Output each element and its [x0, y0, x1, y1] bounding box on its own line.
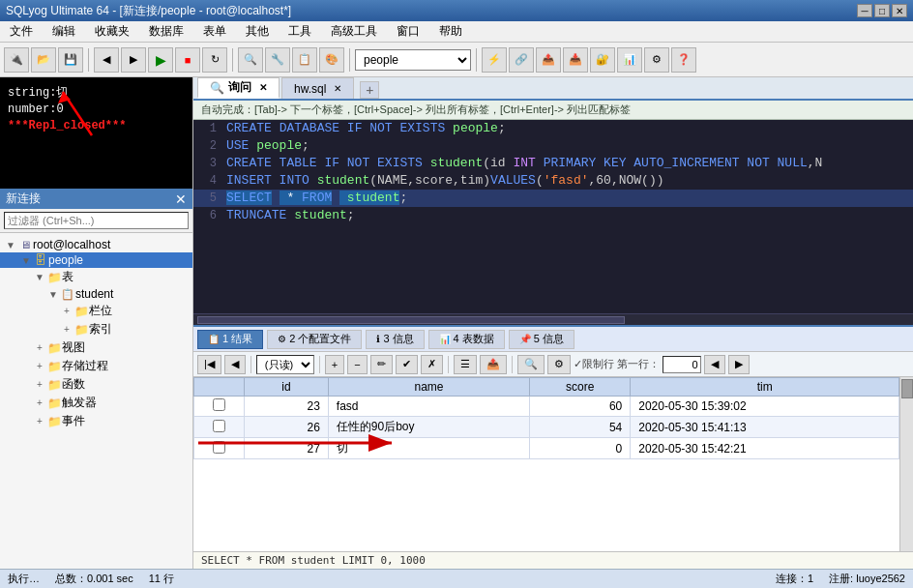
tree-student[interactable]: ▼ 📋 student [0, 286, 192, 302]
menu-advanced[interactable]: 高级工具 [325, 21, 383, 42]
menu-window[interactable]: 窗口 [391, 21, 426, 42]
tb-btn10[interactable]: 📊 [617, 47, 642, 73]
menu-tools[interactable]: 工具 [282, 21, 317, 42]
tree-cols[interactable]: + 📁 栏位 [0, 302, 192, 320]
menu-edit[interactable]: 编辑 [46, 21, 81, 42]
rt-edit[interactable]: ✏ [370, 355, 393, 374]
menu-table[interactable]: 表单 [197, 21, 232, 42]
maximize-button[interactable]: □ [874, 4, 890, 17]
rt-prev[interactable]: ◀ [224, 355, 246, 374]
tb-run[interactable]: ▶ [148, 47, 173, 73]
tab-hw-close[interactable]: ✕ [334, 83, 341, 94]
res-tab-1[interactable]: 📋 1 结果 [197, 330, 263, 349]
tab-hw[interactable]: hw.sql ✕ [281, 77, 354, 99]
res-tab-3[interactable]: ℹ 3 信息 [366, 330, 424, 349]
tree-idx[interactable]: + 📁 索引 [0, 320, 192, 338]
th-name[interactable]: name [328, 378, 529, 397]
editor-tab-bar: 🔍 询问 ✕ hw.sql ✕ + [193, 77, 913, 101]
tb-open[interactable]: 📂 [31, 47, 56, 73]
rt-discard[interactable]: ✗ [421, 355, 443, 374]
rt-del-row[interactable]: − [347, 355, 367, 374]
rt-commit[interactable]: ✔ [396, 355, 418, 374]
rt-add-row[interactable]: + [325, 355, 344, 374]
table-folder-icon: 📁 [46, 271, 62, 284]
tree-view[interactable]: + 📁 视图 [0, 338, 192, 357]
tb-refresh[interactable]: ↻ [202, 47, 227, 73]
tb-forward[interactable]: ▶ [121, 47, 146, 73]
th-tim[interactable]: tim [631, 378, 899, 397]
rt-filter[interactable]: 🔍 [517, 355, 545, 374]
tab-query-label: 询问 [228, 79, 251, 96]
tree-event[interactable]: + 📁 事件 [0, 412, 192, 430]
v-scrollbar[interactable] [899, 377, 913, 551]
row-check[interactable] [194, 438, 245, 459]
tree-trig[interactable]: + 📁 触发器 [0, 394, 192, 412]
tb-stop[interactable]: ■ [175, 47, 200, 73]
th-score[interactable]: score [530, 378, 631, 397]
sql-editor[interactable]: 1 CREATE DATABASE IF NOT EXISTS people; … [193, 120, 913, 313]
row-check[interactable] [194, 397, 245, 417]
tb-save[interactable]: 💾 [58, 47, 83, 73]
rt-col-layout[interactable]: ☰ [454, 355, 477, 374]
tb-btn7[interactable]: 📤 [536, 47, 561, 73]
res-tab-4[interactable]: 📊 4 表数据 [428, 330, 505, 349]
tb-icon1[interactable]: 🔍 [238, 47, 263, 73]
rt-filter-opt[interactable]: ⚙ [547, 355, 571, 374]
menu-file[interactable]: 文件 [4, 21, 39, 42]
tree-proc-label: 存储过程 [62, 358, 108, 374]
res-tab-5[interactable]: 📌 5 信息 [509, 330, 574, 349]
tab-query[interactable]: 🔍 询问 ✕ [197, 77, 280, 99]
tab-add-button[interactable]: + [360, 81, 379, 99]
first-row-input[interactable] [663, 356, 701, 373]
tree-func[interactable]: + 📁 函数 [0, 375, 192, 394]
tree-proc[interactable]: + 📁 存储过程 [0, 357, 192, 375]
table-row[interactable]: 27 切 0 2020-05-30 15:42:21 [194, 438, 899, 459]
tb-btn11[interactable]: ⚙ [644, 47, 669, 73]
proc-icon: 📁 [46, 360, 62, 373]
tb-btn9[interactable]: 🔐 [590, 47, 615, 73]
tab-query-close[interactable]: ✕ [259, 82, 267, 93]
tb-icon2[interactable]: 🔧 [265, 47, 290, 73]
rt-nav-prev[interactable]: ◀ [704, 355, 725, 374]
menu-other[interactable]: 其他 [240, 21, 275, 42]
table-row[interactable]: 23 fasd 60 2020-05-30 15:39:02 [194, 397, 899, 417]
rt-nav-next[interactable]: ▶ [728, 355, 750, 374]
first-row-label: 第一行： [617, 357, 660, 371]
menu-help[interactable]: 帮助 [433, 21, 468, 42]
data-table-wrap[interactable]: id name score tim 23 fasd 60 2020-05-30 … [193, 377, 899, 551]
tb-btn5[interactable]: ⚡ [482, 47, 507, 73]
menu-database[interactable]: 数据库 [143, 21, 190, 42]
tb-back[interactable]: ◀ [94, 47, 119, 73]
tb-sep1 [88, 48, 89, 72]
tb-btn6[interactable]: 🔗 [509, 47, 534, 73]
tree-table-folder[interactable]: ▼ 📁 表 [0, 268, 192, 286]
row-name: 任性的90后boy [328, 417, 529, 438]
tb-btn12[interactable]: ❓ [671, 47, 696, 73]
res-tab-2[interactable]: ⚙ 2 个配置文件 [267, 330, 362, 349]
table-row[interactable]: 26 任性的90后boy 54 2020-05-30 15:41:13 [194, 417, 899, 438]
th-id[interactable]: id [245, 378, 329, 397]
rt-first[interactable]: |◀ [197, 355, 221, 374]
expand-view: + [33, 341, 46, 355]
tree-root[interactable]: ▼ 🖥 root@localhost [0, 237, 192, 252]
tree-db[interactable]: ▼ 🗄 people [0, 252, 192, 268]
tb-btn8[interactable]: 📥 [563, 47, 588, 73]
db-dropdown[interactable]: people [355, 49, 471, 71]
tree-idx-label: 索引 [89, 321, 112, 338]
tb-icon4[interactable]: 🎨 [319, 47, 344, 73]
rt-export[interactable]: 📤 [480, 355, 507, 374]
close-button[interactable]: ✕ [892, 4, 907, 17]
filter-input[interactable] [4, 212, 189, 229]
panel-close-icon[interactable]: ✕ [175, 191, 187, 207]
row-tim: 2020-05-30 15:39:02 [631, 397, 899, 417]
cols-icon: 📁 [74, 305, 89, 318]
data-table: id name score tim 23 fasd 60 2020-05-30 … [193, 377, 899, 459]
status-exec: 执行… [8, 572, 40, 586]
minimize-button[interactable]: ─ [857, 4, 872, 17]
tb-icon3[interactable]: 📋 [292, 47, 317, 73]
tb-new-conn[interactable]: 🔌 [4, 47, 29, 73]
menu-favorites[interactable]: 收藏夹 [89, 21, 135, 42]
rt-mode-dropdown[interactable]: (只读) [256, 355, 314, 374]
editor-scrollbar[interactable] [193, 313, 913, 325]
row-check[interactable] [194, 417, 245, 438]
